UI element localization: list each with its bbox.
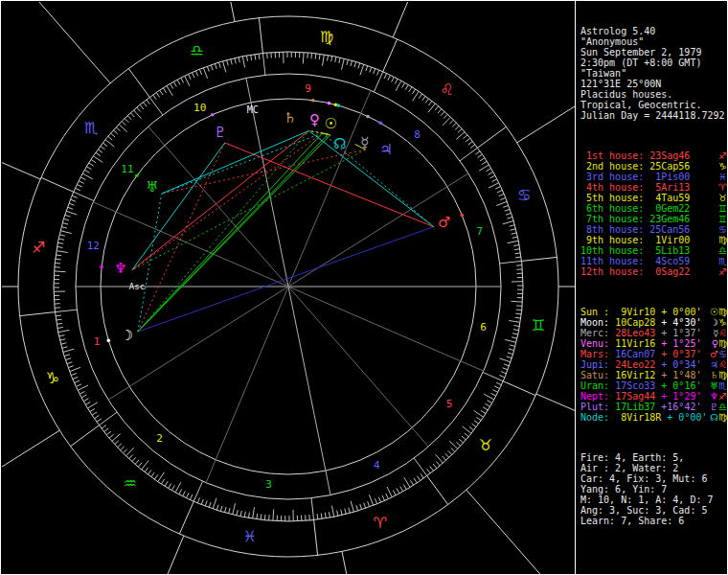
degree-tick <box>66 211 77 215</box>
sign-glyph-gemini: ♊ <box>532 316 545 334</box>
planet-row: Plut: 17Lib37 +16°42'♇♎ <box>580 402 727 412</box>
sign-divider <box>41 177 74 192</box>
planet-glyph: ☉ <box>710 307 718 317</box>
degree-tick <box>255 55 256 60</box>
degree-tick <box>468 141 473 145</box>
degree-tick <box>207 66 209 72</box>
degree-tick <box>414 478 417 483</box>
degree-tick <box>311 498 313 520</box>
sidebar-header-line: Astrolog 5.40 <box>580 26 727 36</box>
degree-tick <box>370 67 372 73</box>
degree-tick <box>351 501 353 513</box>
house-cusp-line-3 <box>206 287 288 483</box>
degree-tick <box>499 375 505 377</box>
planet-text: Nept: 17Sag44 + 1°29' <box>580 391 701 402</box>
degree-tick <box>366 65 368 71</box>
degree-tick <box>177 80 180 84</box>
sign-glyph-cancer: ♋ <box>517 186 531 204</box>
planet-row: Jupi: 24Leo22 + 0°34'♃♌ <box>580 359 727 370</box>
degree-tick <box>242 57 244 68</box>
sign-glyph-libra: ♎ <box>190 41 203 59</box>
planet-position-value: 11Vir16 <box>615 338 655 349</box>
degree-tick <box>127 115 131 119</box>
degree-tick <box>257 514 258 519</box>
wheel-planet-glyph-venus: ♀ <box>309 111 320 128</box>
degree-tick <box>99 412 117 426</box>
sign-glyph: ♓ <box>718 172 727 182</box>
degree-tick <box>515 253 521 254</box>
planet-text: Satu: 16Vir12 + 1°48' <box>580 370 701 380</box>
degree-tick <box>77 184 81 187</box>
house-spoke-3 <box>168 536 184 575</box>
house-cusp-value: 4Sco59 <box>649 256 690 266</box>
degree-tick <box>341 510 342 516</box>
planet-position-value: 17Sag44 <box>615 391 655 402</box>
sign-glyph-capricorn: ♑ <box>46 369 59 387</box>
degree-tick <box>267 53 268 58</box>
degree-tick <box>341 58 344 70</box>
house-cusp-line-11 <box>148 126 288 287</box>
degree-tick <box>59 335 65 336</box>
sign-glyph: ♐ <box>718 266 727 277</box>
degree-tick <box>378 497 380 503</box>
degree-tick <box>213 498 216 509</box>
astrolog-window: ♈♉♊♋♌♍♎♏♐♑♒♓123456789101112☉☽☿♀♂♃♄♅♆♇☊MC… <box>0 0 728 575</box>
chart-info-header: Astrolog 5.40"Anonymous"Sun September 2,… <box>580 26 727 121</box>
house-cusp-line-2 <box>108 287 288 400</box>
sign-glyph-virgo: ♍ <box>320 28 333 46</box>
planet-row-glyphs: ♂♋ <box>710 349 727 359</box>
degree-tick <box>248 513 249 518</box>
house-number-10: 10 <box>193 102 206 114</box>
house-row: 8th house: 25Can56♋ <box>580 224 727 235</box>
degree-tick <box>151 472 155 477</box>
planet-latitude: + 0°34' <box>655 359 701 370</box>
degree-tick <box>65 358 71 360</box>
house-cusp-line-4 <box>288 287 330 495</box>
degree-tick <box>403 484 406 489</box>
degree-tick <box>325 513 326 518</box>
sign-divider <box>383 39 398 72</box>
degree-tick <box>410 480 413 485</box>
degree-tick <box>375 498 376 504</box>
degree-tick <box>64 355 70 356</box>
degree-tick <box>470 145 475 149</box>
planet-glyph: ♃ <box>710 359 718 370</box>
degree-tick <box>101 146 105 150</box>
degree-tick <box>402 82 405 87</box>
degree-tick <box>70 367 80 371</box>
planet-row: Sun : 9Vir10 + 0°00'☉♍ <box>580 307 727 317</box>
degree-tick <box>140 104 144 109</box>
sign-glyph: ♑ <box>718 161 727 172</box>
planet-row-glyphs: ♄♍ <box>710 370 727 380</box>
summary-line: Car: 4, Fix: 3, Mut: 6 <box>580 473 727 484</box>
degree-tick <box>376 70 378 76</box>
degree-tick <box>421 473 423 478</box>
degree-tick <box>102 426 106 429</box>
degree-tick <box>400 487 403 492</box>
natal-wheel-chart: ♈♉♊♋♌♍♎♏♐♑♒♓123456789101112☉☽☿♀♂♃♄♅♆♇☊MC… <box>1 1 576 575</box>
planet-position-value: 8Vir18R <box>615 412 661 423</box>
summary-line: Learn: 7, Share: 6 <box>580 516 727 526</box>
planet-marker-venus <box>328 102 331 105</box>
degree-tick <box>511 229 516 230</box>
planet-latitude: + 0°00' <box>661 412 707 423</box>
planet-row: Node: 8Vir18R + 0°00'☊♍ <box>580 412 727 423</box>
degree-tick <box>237 510 238 516</box>
planet-latitude: + 1°29' <box>655 391 701 402</box>
planet-marker-saturn <box>311 99 315 103</box>
degree-tick <box>179 489 182 494</box>
house-number-9: 9 <box>305 82 311 95</box>
degree-tick <box>69 203 75 205</box>
degree-tick <box>251 55 252 60</box>
house-cusp-text: 5th house: 4Tau59 <box>580 193 690 203</box>
degree-tick <box>209 502 211 508</box>
degree-tick <box>331 506 333 518</box>
degree-tick <box>321 514 322 519</box>
degree-tick <box>224 507 226 513</box>
degree-tick <box>490 393 495 396</box>
degree-tick <box>161 479 164 484</box>
degree-tick <box>448 450 452 454</box>
house-label: 3rd house: <box>580 172 649 182</box>
degree-tick <box>246 56 247 61</box>
degree-tick <box>507 356 512 358</box>
